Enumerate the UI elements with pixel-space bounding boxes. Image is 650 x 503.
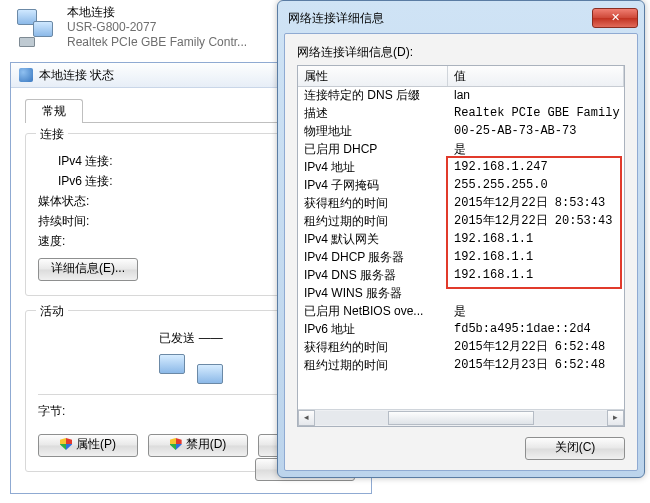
sent-label: 已发送 —— [159,330,222,347]
col-header-value[interactable]: 值 [448,66,624,86]
details-listview[interactable]: 属性 值 连接特定的 DNS 后缀lan描述Realtek PCIe GBE F… [297,65,625,427]
cell-value: 192.168.1.1 [448,266,624,284]
cell-property: 描述 [298,104,448,122]
horizontal-scrollbar[interactable]: ◂ ▸ [298,409,624,426]
cell-value: fd5b:a495:1dae::2d4 [448,320,624,338]
scroll-track[interactable] [315,411,607,425]
cell-value [448,284,624,302]
cell-property: 获得租约的时间 [298,194,448,212]
cell-property: 物理地址 [298,122,448,140]
connection-adapter: Realtek PCIe GBE Family Contr... [67,35,247,50]
details-caption: 网络连接详细信息(D): [297,44,625,61]
network-icon [15,7,55,47]
window-icon [19,68,33,82]
list-row[interactable]: 描述Realtek PCIe GBE Family Contro [298,104,624,122]
list-row[interactable]: 已启用 DHCP是 [298,140,624,158]
details-button[interactable]: 详细信息(E)... [38,258,138,281]
cell-property: IPv4 WINS 服务器 [298,284,448,302]
list-row[interactable]: IPv4 默认网关192.168.1.1 [298,230,624,248]
ipv6-conn-label: IPv6 连接: [58,173,113,190]
list-row[interactable]: 连接特定的 DNS 后缀lan [298,86,624,104]
cell-value: lan [448,86,624,104]
cell-value: 192.168.1.247 [448,158,624,176]
cell-property: 获得租约的时间 [298,338,448,356]
ipv4-conn-label: IPv4 连接: [58,153,113,170]
activity-icon [159,350,223,386]
close-icon[interactable]: ✕ [592,8,638,28]
list-row[interactable]: IPv4 DHCP 服务器192.168.1.1 [298,248,624,266]
col-header-property[interactable]: 属性 [298,66,448,86]
cell-property: IPv6 地址 [298,320,448,338]
listview-header[interactable]: 属性 值 [298,66,624,87]
cell-value: 192.168.1.1 [448,248,624,266]
tab-general[interactable]: 常规 [25,99,83,123]
properties-button[interactable]: 属性(P) [38,434,138,457]
group-activity-legend: 活动 [36,303,68,320]
scroll-right-arrow[interactable]: ▸ [607,410,624,426]
cell-value: 00-25-AB-73-AB-73 [448,122,624,140]
connection-subtitle: USR-G800-2077 [67,20,247,35]
list-row[interactable]: 获得租约的时间2015年12月22日 6:52:48 [298,338,624,356]
details-titlebar[interactable]: 网络连接详细信息 ✕ [284,7,638,33]
shield-icon [170,438,182,450]
cell-value: Realtek PCIe GBE Family Contro [448,104,624,122]
list-row[interactable]: 租约过期的时间2015年12月22日 20:53:43 [298,212,624,230]
cell-property: IPv4 DNS 服务器 [298,266,448,284]
cell-value: 是 [448,302,624,320]
connection-header: 本地连接 USR-G800-2077 Realtek PCIe GBE Fami… [15,2,247,52]
cell-property: 连接特定的 DNS 后缀 [298,86,448,104]
cell-property: IPv4 DHCP 服务器 [298,248,448,266]
disable-button[interactable]: 禁用(D) [148,434,248,457]
status-title: 本地连接 状态 [39,67,114,84]
cell-value: 2015年12月22日 6:52:48 [448,338,624,356]
duration-label: 持续时间: [38,213,89,230]
bytes-label: 字节: [38,403,65,420]
list-row[interactable]: 已启用 NetBIOS ove...是 [298,302,624,320]
cell-property: 租约过期的时间 [298,212,448,230]
details-close-button[interactable]: 关闭(C) [525,437,625,460]
scroll-thumb[interactable] [388,411,534,425]
cell-value: 192.168.1.1 [448,230,624,248]
scroll-left-arrow[interactable]: ◂ [298,410,315,426]
speed-label: 速度: [38,233,65,250]
list-row[interactable]: IPv4 子网掩码255.255.255.0 [298,176,624,194]
list-row[interactable]: IPv6 地址fd5b:a495:1dae::2d4 [298,320,624,338]
media-label: 媒体状态: [38,193,89,210]
list-row[interactable]: IPv4 WINS 服务器 [298,284,624,302]
details-window: 网络连接详细信息 ✕ 网络连接详细信息(D): 属性 值 连接特定的 DNS 后… [277,0,645,478]
list-row[interactable]: IPv4 DNS 服务器192.168.1.1 [298,266,624,284]
list-row[interactable]: 获得租约的时间2015年12月22日 8:53:43 [298,194,624,212]
cell-property: IPv4 默认网关 [298,230,448,248]
group-connection-legend: 连接 [36,126,68,143]
cell-property: 租约过期的时间 [298,356,448,374]
list-row[interactable]: 物理地址00-25-AB-73-AB-73 [298,122,624,140]
list-row[interactable]: IPv4 地址192.168.1.247 [298,158,624,176]
cell-property: IPv4 地址 [298,158,448,176]
cell-value: 255.255.255.0 [448,176,624,194]
cell-property: 已启用 DHCP [298,140,448,158]
list-row[interactable]: 租约过期的时间2015年12月23日 6:52:48 [298,356,624,374]
cell-property: 已启用 NetBIOS ove... [298,302,448,320]
cell-value: 是 [448,140,624,158]
cell-value: 2015年12月22日 8:53:43 [448,194,624,212]
cell-value: 2015年12月23日 6:52:48 [448,356,624,374]
details-title: 网络连接详细信息 [288,10,384,27]
shield-icon [60,438,72,450]
cell-property: IPv4 子网掩码 [298,176,448,194]
connection-name: 本地连接 [67,5,247,20]
cell-value: 2015年12月22日 20:53:43 [448,212,624,230]
